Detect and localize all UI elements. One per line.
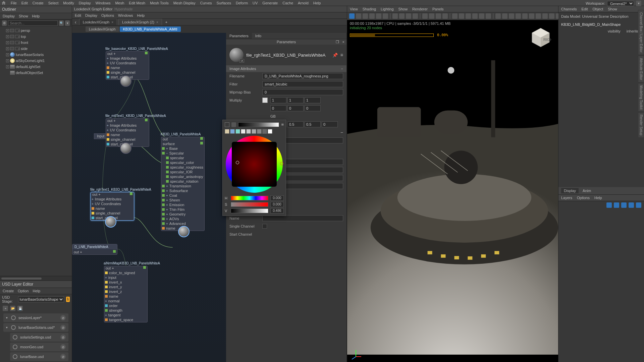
node-fragment[interactable]: D_LNB_PanelsWhiteA out + bbox=[72, 244, 117, 255]
layers-menu-layers[interactable]: Layers bbox=[561, 196, 572, 200]
in-port[interactable] bbox=[162, 208, 165, 211]
val-slider[interactable] bbox=[231, 208, 268, 213]
in-port[interactable] bbox=[162, 189, 165, 192]
vp-tool[interactable] bbox=[392, 13, 398, 19]
vp-tool[interactable] bbox=[376, 13, 381, 19]
in-port[interactable] bbox=[162, 194, 165, 197]
menu-meshdisplay[interactable]: Mesh Display bbox=[173, 1, 196, 5]
in-port[interactable] bbox=[92, 212, 94, 215]
out-port[interactable] bbox=[130, 192, 132, 195]
graph-menu-help[interactable]: Help bbox=[137, 13, 145, 17]
row2-a[interactable] bbox=[270, 105, 286, 111]
in-port[interactable] bbox=[105, 318, 108, 321]
layer-icon-btn[interactable] bbox=[629, 202, 634, 208]
eyedropper-icon[interactable] bbox=[231, 122, 236, 127]
swatch[interactable] bbox=[257, 129, 262, 134]
mult-r[interactable] bbox=[270, 97, 286, 103]
row2-b[interactable] bbox=[287, 105, 304, 111]
menu-file[interactable]: File bbox=[11, 1, 17, 5]
rc-menu-channels[interactable]: Channels bbox=[561, 7, 577, 11]
vp-tool[interactable] bbox=[399, 13, 405, 19]
filter-dropdown[interactable]: smart_bicubic bbox=[262, 81, 343, 87]
tab-info[interactable]: Info bbox=[252, 33, 265, 39]
in-port[interactable] bbox=[166, 166, 169, 169]
usd-stage-dropdown[interactable]: lunarBaseSolarisShape bbox=[18, 296, 64, 302]
node-mtltext[interactable]: file_mtlText1_KB3D_LNB_PanelsWhiteA out … bbox=[106, 118, 149, 147]
in-port[interactable] bbox=[105, 309, 108, 312]
filename-field[interactable] bbox=[262, 73, 343, 79]
layer-icon-btn[interactable] bbox=[636, 202, 641, 208]
in-port[interactable] bbox=[107, 76, 109, 78]
collapse-icon[interactable]: − bbox=[340, 130, 343, 135]
in-port[interactable] bbox=[107, 143, 109, 145]
out-port[interactable] bbox=[200, 137, 203, 140]
color-wheel[interactable] bbox=[226, 136, 283, 193]
nav-back-icon[interactable]: ‹ bbox=[73, 19, 78, 25]
usd-add-layer-icon[interactable]: ＋ bbox=[3, 306, 8, 311]
rc-menu-show[interactable]: Show bbox=[608, 7, 617, 11]
vp-tool[interactable] bbox=[529, 13, 534, 19]
vp-tool[interactable] bbox=[479, 13, 484, 19]
search-icon[interactable]: 🔍 bbox=[59, 20, 64, 26]
in-port[interactable] bbox=[166, 175, 169, 178]
dock-tab-rendersetup[interactable]: Render Setup bbox=[638, 112, 644, 138]
sat-value[interactable]: 0.000 bbox=[270, 202, 284, 207]
node-rghtext-selected[interactable]: file_rghText1_KB3D_LNB_PanelsWhiteA out … bbox=[91, 192, 134, 221]
graph-tab-2[interactable]: LookdevXGraph (2)× bbox=[118, 19, 162, 25]
vp-tool[interactable] bbox=[495, 13, 501, 19]
layers-list[interactable] bbox=[558, 209, 644, 362]
outliner-opts-icon[interactable]: ▾ bbox=[65, 20, 70, 26]
in-port[interactable] bbox=[162, 203, 165, 206]
vp-menu-show[interactable]: Show bbox=[398, 7, 408, 11]
add-tab-icon[interactable]: + bbox=[163, 20, 169, 24]
menu-select[interactable]: Select bbox=[48, 1, 59, 5]
menu-editmesh[interactable]: Edit Mesh bbox=[129, 1, 145, 5]
usd-dirty-badge[interactable]: 1 bbox=[66, 297, 70, 302]
tab-anim[interactable]: Anim bbox=[580, 188, 594, 193]
vp-tool[interactable] bbox=[356, 13, 361, 19]
in-port[interactable] bbox=[105, 290, 108, 293]
in-port[interactable] bbox=[166, 171, 169, 173]
node-graph-canvas[interactable]: D_LNB_PanelsWhiteA out + file_basecolor_… bbox=[72, 33, 226, 362]
swatch[interactable] bbox=[230, 129, 235, 134]
breadcrumb-current[interactable]: KB3D_LNB_PanelsWhiteA_AiMtl bbox=[120, 26, 181, 32]
row3-b[interactable] bbox=[287, 121, 304, 127]
tree-item-lightset[interactable]: +defaultLightSet bbox=[0, 64, 72, 70]
dock-tab-attreditor[interactable]: Attribute Editor bbox=[638, 56, 644, 82]
close-icon[interactable]: × bbox=[342, 40, 344, 44]
in-port[interactable] bbox=[107, 138, 109, 141]
vp-tool[interactable] bbox=[436, 13, 441, 19]
cp-fg-swatch[interactable] bbox=[225, 122, 229, 127]
vp-tool[interactable] bbox=[452, 13, 458, 19]
outliner-menu-display[interactable]: Display bbox=[3, 14, 15, 18]
mute-icon[interactable]: ⊘ bbox=[60, 325, 66, 330]
vp-tool[interactable] bbox=[422, 13, 428, 19]
menu-generate[interactable]: Generate bbox=[262, 1, 278, 5]
single-checkbox[interactable] bbox=[262, 224, 267, 229]
vp-tool-select[interactable] bbox=[349, 13, 355, 19]
tab-parameters[interactable]: Parameters bbox=[226, 33, 252, 39]
menu-help[interactable]: Help bbox=[313, 1, 321, 5]
channel-box-body[interactable] bbox=[558, 34, 644, 187]
color-picker-popup[interactable]: ≡ H0.000 S0.000 V0.486 bbox=[222, 120, 286, 216]
node-preview-icon[interactable] bbox=[120, 142, 131, 154]
menu-deform[interactable]: Deform bbox=[236, 1, 248, 5]
swatch[interactable] bbox=[235, 129, 240, 134]
tree-item-persp[interactable]: +persp bbox=[0, 27, 72, 34]
graph-menu-edit[interactable]: Edit bbox=[75, 13, 81, 17]
mute-icon[interactable]: ⊘ bbox=[60, 315, 66, 320]
in-port[interactable] bbox=[162, 213, 165, 216]
mute-icon[interactable]: ⊘ bbox=[60, 354, 66, 359]
workspace-opts-icon[interactable]: ▾ bbox=[636, 1, 641, 6]
vp-tool[interactable] bbox=[542, 13, 548, 19]
close-icon[interactable]: × bbox=[111, 20, 113, 24]
mute-icon[interactable]: ⊘ bbox=[60, 344, 66, 350]
swatch[interactable] bbox=[252, 129, 256, 134]
vp-tool[interactable] bbox=[516, 13, 521, 19]
menu-edit[interactable]: Edit bbox=[21, 1, 28, 5]
axis-gizmo-icon[interactable] bbox=[349, 347, 363, 360]
menu-display[interactable]: Display bbox=[79, 1, 91, 5]
section-image-attrs[interactable]: Image Attributes− bbox=[226, 65, 346, 72]
usd-item-root[interactable]: lunarBaseSolaris.usd*⊘ bbox=[3, 323, 68, 332]
mult-g[interactable] bbox=[287, 97, 304, 103]
